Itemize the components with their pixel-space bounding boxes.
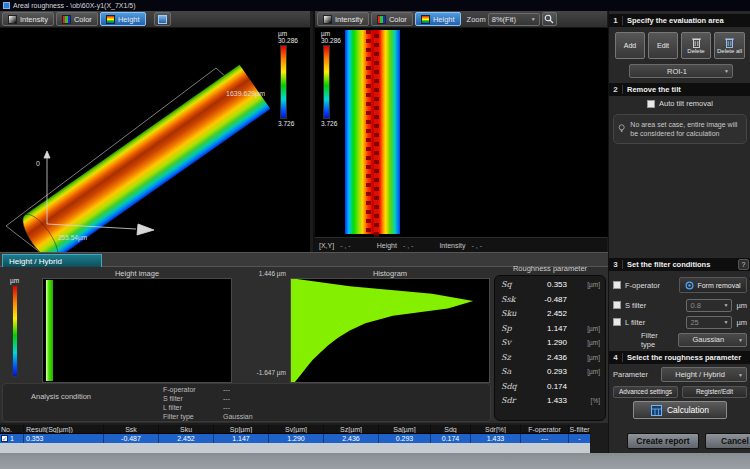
magnifier-icon [544, 14, 554, 24]
viewer-2d-statusbar: [X,Y]- , - Height- , - Intensity- , - [315, 237, 607, 252]
view-3d-button[interactable] [154, 12, 171, 26]
add-roi-button[interactable]: Add [615, 32, 645, 59]
analysis-condition-label: Analysis condition [3, 384, 163, 421]
table-header-row: No. Result(Sq[µm]) Ssk Sku Sp[µm] Sv[µm]… [0, 425, 590, 434]
cancel-label: Cancel [721, 436, 749, 446]
calculation-button[interactable]: Calculation [633, 401, 727, 419]
filter-type-select[interactable]: Gaussian ▼ [678, 333, 747, 347]
intensity-button[interactable]: Intensity [2, 12, 54, 26]
l-filter-unit: µm [736, 318, 747, 327]
form-removal-icon [685, 281, 694, 290]
color-label: Color [389, 15, 407, 24]
help-button[interactable]: ? [738, 259, 749, 270]
edit-label: Edit [657, 42, 669, 49]
section-3-header: 3 Set the filter conditions ? [609, 258, 750, 271]
histogram-min-label: -1.647 µm [232, 369, 286, 376]
roughness-row: Sdq0.174 [501, 382, 600, 397]
color-icon [377, 15, 386, 24]
roughness-row: Sku2.452 [501, 309, 600, 324]
chevron-down-icon: ▼ [738, 372, 743, 378]
auto-tilt-label: Auto tilt removal [659, 99, 713, 108]
height-button[interactable]: Height [100, 12, 146, 26]
advanced-settings-button[interactable]: Advanced settings [613, 386, 678, 398]
l-filter-select[interactable]: 25 ▼ [686, 316, 732, 329]
intensity-status-label: Intensity [439, 242, 465, 249]
height-label: Height [118, 15, 140, 24]
section-3-title: Set the filter conditions [623, 260, 738, 269]
add-label: Add [624, 42, 636, 49]
section-1-title: Specify the evaluation area [623, 16, 750, 25]
titlebar: Areal roughness - \ob\60X-y1(X_7X1/5) [0, 0, 750, 11]
section-2-title: Remove the tilt [623, 85, 750, 94]
register-edit-button[interactable]: Register/Edit [682, 386, 747, 398]
info-box: No area set case, entire image will be c… [613, 114, 747, 144]
roughness-title: Roughness parameter [494, 264, 606, 275]
roi-select[interactable]: ROI-1 ▼ [629, 64, 733, 78]
table-row[interactable]: ✓1 0.353 -0.487 2.452 1.147 1.290 2.436 … [0, 434, 590, 443]
chevron-down-icon: ▼ [531, 16, 536, 22]
calculation-icon [651, 405, 662, 416]
delete-all-roi-button[interactable]: Delete all [714, 32, 745, 59]
filter-type-label: Filter type [641, 331, 674, 349]
mini-colorbar: µm [10, 277, 19, 378]
histogram-plot [291, 279, 489, 382]
color-button-2d[interactable]: Color [371, 12, 413, 26]
zoom-value: 8%(Fit) [492, 15, 516, 24]
color-button[interactable]: Color [56, 12, 98, 26]
auto-tilt-checkbox[interactable] [647, 100, 655, 108]
axis-origin-label: 0 [36, 160, 40, 167]
form-removal-button[interactable]: Form removal [679, 277, 747, 293]
height-image-canvas[interactable] [42, 278, 232, 383]
colorbar-gradient [280, 45, 287, 119]
colorbar-min: 3.726 [278, 120, 298, 127]
s-filter-checkbox[interactable] [613, 301, 621, 309]
parameter-select[interactable]: Height / Hybrid ▼ [661, 367, 747, 382]
height-icon [421, 15, 430, 24]
height-button-2d[interactable]: Height [415, 12, 461, 26]
edit-roi-button[interactable]: Edit [648, 32, 678, 59]
roughness-row: Sv1.290[µm] [501, 338, 600, 353]
colorbar-max: 30.286 [278, 37, 298, 44]
colorbar-max: 30.286 [321, 37, 341, 44]
delete-all-label: Delete all [717, 48, 742, 54]
calculation-label: Calculation [667, 405, 709, 415]
intensity-button-2d[interactable]: Intensity [317, 12, 369, 26]
row-checkbox[interactable]: ✓ [1, 435, 8, 442]
canvas-3d[interactable]: 0 1639.629µm 255.54µm µm 30.286 3.726 [0, 28, 310, 252]
height-status-value: - , - [403, 242, 414, 249]
section-4-number: 4 [609, 353, 623, 362]
chevron-down-icon: ▼ [723, 302, 728, 308]
intensity-label: Intensity [20, 15, 48, 24]
height-image-strip [46, 280, 53, 381]
xy-value: - , - [340, 242, 351, 249]
section-1-header: 1 Specify the evaluation area [609, 14, 750, 27]
intensity-status-value: - , - [472, 242, 483, 249]
filter-type-value: Gaussian [682, 335, 735, 344]
create-report-label: Create report [636, 436, 689, 446]
canvas-2d[interactable]: µm 30.286 3.726 [315, 28, 609, 237]
results-table: No. Result(Sq[µm]) Ssk Sku Sp[µm] Sv[µm]… [0, 425, 590, 453]
histogram-canvas[interactable] [290, 278, 490, 383]
height-status-label: Height [377, 242, 397, 249]
app-icon [3, 2, 10, 9]
chevron-down-icon: ▼ [723, 319, 728, 325]
settings-panel: 1 Specify the evaluation area Add Edit D… [608, 11, 750, 453]
roughness-parameter-panel: Roughness parameter Sq0.353[µm] Ssk-0.48… [494, 264, 606, 422]
tab-height-hybrid[interactable]: Height / Hybrid [2, 254, 102, 267]
results-panel: Height / Hybrid Height image µm Histogra… [0, 252, 608, 423]
delete-roi-button[interactable]: Delete [681, 32, 711, 59]
zoom-label: Zoom [467, 15, 486, 24]
histogram-title: Histogram [290, 269, 490, 278]
trash-all-icon [725, 37, 734, 48]
create-report-button[interactable]: Create report [627, 433, 699, 449]
l-filter-label: L filter [625, 318, 645, 327]
s-filter-label: S filter [625, 301, 646, 310]
f-operator-checkbox[interactable] [613, 281, 621, 289]
cancel-button[interactable]: Cancel [705, 433, 750, 449]
colorbar-unit: µm [321, 30, 341, 37]
zoom-select[interactable]: 8%(Fit) ▼ [488, 13, 540, 26]
window-bottom-strip [0, 453, 750, 469]
l-filter-checkbox[interactable] [613, 318, 621, 326]
s-filter-select[interactable]: 0.8 ▼ [686, 299, 732, 312]
magnifier-button[interactable] [542, 12, 557, 26]
